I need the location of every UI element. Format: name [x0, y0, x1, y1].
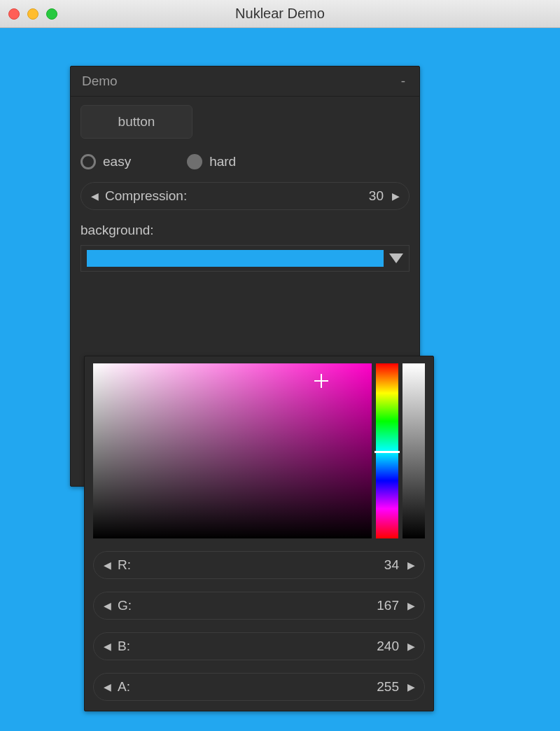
chevron-down-icon — [389, 253, 403, 263]
panel-title: Demo — [82, 74, 118, 89]
background-label: background: — [80, 223, 410, 238]
radio-hard-label: hard — [209, 154, 236, 169]
radio-easy[interactable]: easy — [80, 154, 131, 169]
maximize-icon[interactable] — [46, 8, 57, 20]
chevron-left-icon[interactable]: ◀ — [98, 559, 116, 571]
chevron-left-icon[interactable]: ◀ — [98, 600, 116, 611]
r-value[interactable]: 34 — [131, 557, 402, 573]
panel-minimize-button[interactable]: - — [398, 74, 408, 89]
r-property[interactable]: ◀ R: 34 ▶ — [93, 551, 425, 579]
chevron-right-icon[interactable]: ▶ — [402, 600, 420, 611]
compression-property[interactable]: ◀ Compression: 30 ▶ — [80, 182, 410, 210]
color-picker-popup: ◀ R: 34 ▶ ◀ G: 167 ▶ ◀ B: 240 ▶ ◀ A: 255… — [84, 356, 434, 711]
chevron-left-icon[interactable]: ◀ — [85, 190, 104, 202]
color-sv-field[interactable] — [93, 363, 372, 538]
close-icon[interactable] — [8, 8, 20, 20]
a-value[interactable]: 255 — [130, 679, 402, 695]
a-property[interactable]: ◀ A: 255 ▶ — [93, 673, 425, 701]
radio-ring-icon — [80, 154, 96, 169]
minimize-icon[interactable] — [27, 8, 38, 20]
hue-slider[interactable] — [376, 363, 398, 538]
window-controls — [8, 8, 57, 20]
compression-label: Compression: — [104, 188, 187, 204]
difficulty-radio-group: easy hard — [80, 154, 410, 169]
chevron-right-icon[interactable]: ▶ — [402, 641, 420, 652]
b-label: B: — [116, 639, 130, 654]
client-area: Demo - button easy hard ◀ Compression: 3… — [0, 28, 560, 731]
g-value[interactable]: 167 — [132, 598, 402, 613]
alpha-slider[interactable] — [402, 363, 425, 538]
radio-easy-label: easy — [103, 154, 131, 169]
g-label: G: — [116, 598, 132, 613]
window-title: Nuklear Demo — [0, 6, 560, 22]
compression-value[interactable]: 30 — [187, 188, 386, 204]
radio-dot-icon — [187, 154, 202, 169]
chevron-right-icon[interactable]: ▶ — [386, 190, 405, 202]
sv-black-layer — [93, 363, 372, 538]
chevron-right-icon[interactable]: ▶ — [402, 681, 420, 692]
radio-hard[interactable]: hard — [187, 154, 236, 169]
b-property[interactable]: ◀ B: 240 ▶ — [93, 632, 425, 660]
b-value[interactable]: 240 — [130, 639, 402, 654]
r-label: R: — [116, 557, 131, 573]
color-picker — [93, 363, 425, 538]
chevron-left-icon[interactable]: ◀ — [98, 641, 116, 652]
background-color-combo[interactable] — [80, 245, 410, 272]
chevron-left-icon[interactable]: ◀ — [98, 681, 116, 692]
button[interactable]: button — [80, 105, 192, 139]
chevron-right-icon[interactable]: ▶ — [402, 559, 420, 571]
panel-header[interactable]: Demo - — [71, 67, 419, 97]
color-swatch — [87, 250, 384, 267]
window-titlebar: Nuklear Demo — [0, 0, 560, 28]
hue-marker-icon — [374, 451, 400, 453]
g-property[interactable]: ◀ G: 167 ▶ — [93, 592, 425, 620]
a-label: A: — [116, 679, 130, 695]
